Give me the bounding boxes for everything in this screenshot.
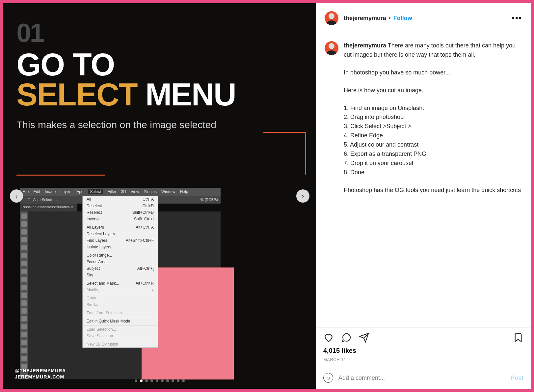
carousel-next-button[interactable]: › [296, 189, 309, 203]
comment-form: ☺ Post [316, 367, 531, 389]
slide-subtitle: This makes a selection on the image sele… [16, 119, 303, 130]
carousel-prev-button[interactable]: ‹ [10, 189, 23, 203]
post-date: MARCH 11 [323, 357, 523, 362]
share-icon[interactable] [359, 332, 369, 343]
photoshop-toolbar [20, 211, 28, 379]
like-icon[interactable] [323, 332, 334, 343]
post-details-panel: thejeremymura • Follow ••• thejeremymura… [316, 3, 531, 389]
caption-area: thejeremymura There are many tools out t… [316, 33, 531, 327]
decorative-rule [16, 175, 105, 176]
avatar[interactable] [325, 11, 338, 25]
slide-title: GO TO SELECT MENU [16, 49, 303, 109]
decorative-rule [263, 132, 306, 175]
carousel-slide: 01 GO TO SELECT MENU This makes a select… [3, 3, 316, 389]
photoshop-menubar: FileEditImageLayerTypeSelectFilter3DView… [20, 188, 221, 196]
slide-number: 01 [16, 20, 303, 46]
username-link[interactable]: thejeremymura [344, 15, 386, 22]
more-options-button[interactable]: ••• [512, 14, 522, 23]
save-icon[interactable] [513, 332, 523, 343]
post-actions: 4,015 likes MARCH 11 [316, 327, 531, 367]
follow-button[interactable]: Follow [393, 15, 412, 22]
slide-footer: @THEJEREMYMURA JEREMYMURA.COM [15, 368, 66, 380]
select-dropdown-menu: AllCtrl+ADeselectCtrl+DReselectShift+Ctr… [82, 196, 158, 348]
instagram-post-frame: 01 GO TO SELECT MENU This makes a select… [0, 0, 534, 392]
avatar[interactable] [325, 41, 338, 55]
likes-count[interactable]: 4,015 likes [323, 347, 523, 354]
post-comment-button[interactable]: Post [511, 375, 523, 381]
comment-icon[interactable] [341, 332, 352, 343]
post-header: thejeremymura • Follow ••• [316, 3, 531, 33]
photoshop-doc-tab: shocked-embarrassed-hatter-st [20, 204, 77, 211]
comment-input[interactable] [338, 375, 505, 381]
emoji-button[interactable]: ☺ [323, 373, 333, 383]
photoshop-screenshot: FileEditImageLayerTypeSelectFilter3DView… [20, 188, 221, 379]
caption-text: thejeremymura There are many tools out t… [344, 41, 522, 204]
carousel-dots[interactable] [135, 379, 185, 382]
